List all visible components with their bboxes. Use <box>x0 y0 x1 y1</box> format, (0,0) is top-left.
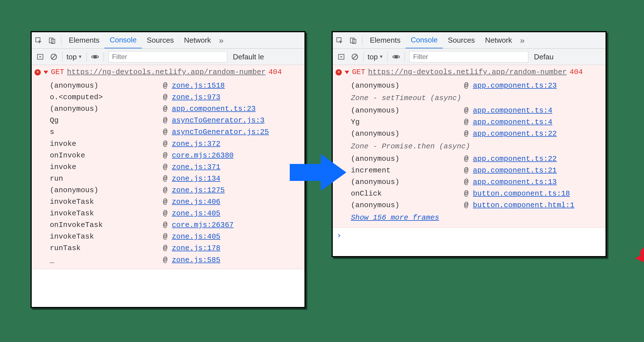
stack-frame: invokeTask@ zone.js:406 <box>50 196 304 208</box>
source-link[interactable]: zone.js:405 <box>172 232 220 241</box>
frame-location: @ app.component.ts:4 <box>464 117 606 127</box>
toggle-sidebar-icon[interactable] <box>336 51 347 62</box>
tab-elements[interactable]: Elements <box>365 32 405 49</box>
frame-location: @ zone.js:406 <box>163 197 304 207</box>
frame-function: (anonymous) <box>351 106 464 116</box>
frame-function: run <box>50 174 163 184</box>
inspect-element-icon[interactable] <box>334 35 345 46</box>
frame-function: _ <box>50 255 163 265</box>
source-link[interactable]: zone.js:406 <box>172 198 220 206</box>
console-prompt[interactable]: › <box>333 228 606 243</box>
frame-function: invokeTask <box>50 232 163 242</box>
context-selector[interactable]: top ▼ <box>365 53 386 61</box>
frame-location: @ asyncToGenerator.js:25 <box>163 127 304 137</box>
source-link[interactable]: app.component.ts:4 <box>473 118 552 126</box>
tab-network[interactable]: Network <box>480 32 517 49</box>
source-link[interactable]: app.component.ts:4 <box>473 106 552 115</box>
tabs-overflow-icon[interactable]: » <box>517 36 528 45</box>
source-link[interactable]: app.component.ts:23 <box>172 105 256 113</box>
device-toggle-icon[interactable] <box>46 35 58 46</box>
expand-toggle-icon[interactable] <box>345 71 349 74</box>
source-link[interactable]: core.mjs:26380 <box>172 151 233 160</box>
live-expression-icon[interactable] <box>390 51 402 62</box>
frame-location: @ zone.js:371 <box>163 162 304 172</box>
frame-function: s <box>50 127 163 137</box>
source-link[interactable]: core.mjs:26367 <box>172 221 233 229</box>
tabs-overflow-icon[interactable]: » <box>216 36 227 45</box>
frame-location: @ asyncToGenerator.js:3 <box>163 116 304 125</box>
source-link[interactable]: app.component.ts:13 <box>473 178 557 186</box>
filter-input[interactable] <box>409 51 528 62</box>
svg-marker-12 <box>341 56 343 58</box>
frame-location: @ core.mjs:26367 <box>163 220 304 230</box>
stack-frame: onClick@ button.component.ts:18 <box>351 188 606 200</box>
request-url[interactable]: https://ng-devtools.netlify.app/random-n… <box>368 67 567 77</box>
context-label: top <box>368 53 378 61</box>
log-levels-selector[interactable]: Default le <box>230 53 267 61</box>
frame-function: onInvoke <box>50 151 163 161</box>
source-link[interactable]: zone.js:134 <box>172 174 220 183</box>
tab-network[interactable]: Network <box>179 32 216 49</box>
frame-location: @ app.component.ts:21 <box>464 166 606 176</box>
separator <box>405 52 405 62</box>
chevron-down-icon: ▼ <box>379 54 383 59</box>
toggle-sidebar-icon[interactable] <box>35 51 46 62</box>
source-link[interactable]: button.component.html:1 <box>473 201 574 209</box>
separator <box>362 36 362 45</box>
inspect-element-icon[interactable] <box>33 35 44 46</box>
stack-frame: invoke@ zone.js:372 <box>50 138 304 150</box>
frame-function: (anonymous) <box>351 129 464 139</box>
frame-function: (anonymous) <box>50 104 163 114</box>
stack-frame: runTask@ zone.js:178 <box>50 243 304 254</box>
context-selector[interactable]: top ▼ <box>64 53 85 61</box>
source-link[interactable]: app.component.ts:21 <box>473 166 557 175</box>
tab-console[interactable]: Console <box>104 32 141 49</box>
request-url[interactable]: https://ng-devtools.netlify.app/random-n… <box>67 67 266 77</box>
stack-frame: run@ zone.js:134 <box>50 173 304 185</box>
frame-location: @ app.component.ts:22 <box>464 129 606 139</box>
stack-frame: (anonymous)@ button.component.html:1 <box>351 200 606 211</box>
show-more-frames-link[interactable]: Show 156 more frames <box>351 211 439 224</box>
highlight-arrow-icon <box>634 239 644 267</box>
source-link[interactable]: button.component.ts:18 <box>473 189 570 198</box>
source-link[interactable]: zone.js:1275 <box>172 186 225 194</box>
frame-location: @ zone.js:973 <box>163 92 304 102</box>
source-link[interactable]: app.component.ts:23 <box>473 81 557 90</box>
console-output: ✕ GET https://ng-devtools.netlify.app/ra… <box>333 65 606 228</box>
frame-location: @ button.component.ts:18 <box>464 189 606 199</box>
source-link[interactable]: zone.js:1518 <box>172 81 225 90</box>
frame-location: @ zone.js:1518 <box>163 81 304 91</box>
frame-function: invokeTask <box>50 197 163 207</box>
tab-sources[interactable]: Sources <box>443 32 480 49</box>
source-link[interactable]: app.component.ts:22 <box>473 155 557 163</box>
log-levels-selector[interactable]: Defau <box>531 53 556 61</box>
source-link[interactable]: asyncToGenerator.js:3 <box>172 116 265 125</box>
tab-elements[interactable]: Elements <box>64 32 104 49</box>
chevron-down-icon: ▼ <box>78 54 82 59</box>
error-icon: ✕ <box>35 69 41 75</box>
source-link[interactable]: zone.js:585 <box>172 256 220 264</box>
source-link[interactable]: zone.js:371 <box>172 163 220 171</box>
separator <box>387 52 388 62</box>
live-expression-icon[interactable] <box>89 51 101 62</box>
frame-location: @ app.component.ts:4 <box>464 106 606 116</box>
source-link[interactable]: zone.js:372 <box>172 140 220 148</box>
source-link[interactable]: zone.js:405 <box>172 209 220 218</box>
console-error-row[interactable]: ✕ GET https://ng-devtools.netlify.app/ra… <box>32 65 304 80</box>
source-link[interactable]: app.component.ts:22 <box>473 129 557 138</box>
tab-console[interactable]: Console <box>405 32 443 49</box>
source-link[interactable]: zone.js:178 <box>172 244 220 252</box>
expand-toggle-icon[interactable] <box>44 71 48 74</box>
filter-input[interactable] <box>108 51 227 62</box>
source-link[interactable]: asyncToGenerator.js:25 <box>172 128 269 136</box>
device-toggle-icon[interactable] <box>347 35 359 46</box>
frame-location: @ zone.js:585 <box>163 255 304 265</box>
devtools-tabbar: Elements Console Sources Network » <box>32 32 304 49</box>
source-link[interactable]: zone.js:973 <box>172 93 220 101</box>
console-error-row[interactable]: ✕ GET https://ng-devtools.netlify.app/ra… <box>333 65 606 80</box>
tab-sources[interactable]: Sources <box>142 32 179 49</box>
stack-frame: s@ asyncToGenerator.js:25 <box>50 126 304 138</box>
clear-console-icon[interactable] <box>349 51 360 62</box>
clear-console-icon[interactable] <box>48 51 59 62</box>
frame-location: @ zone.js:1275 <box>163 185 304 195</box>
